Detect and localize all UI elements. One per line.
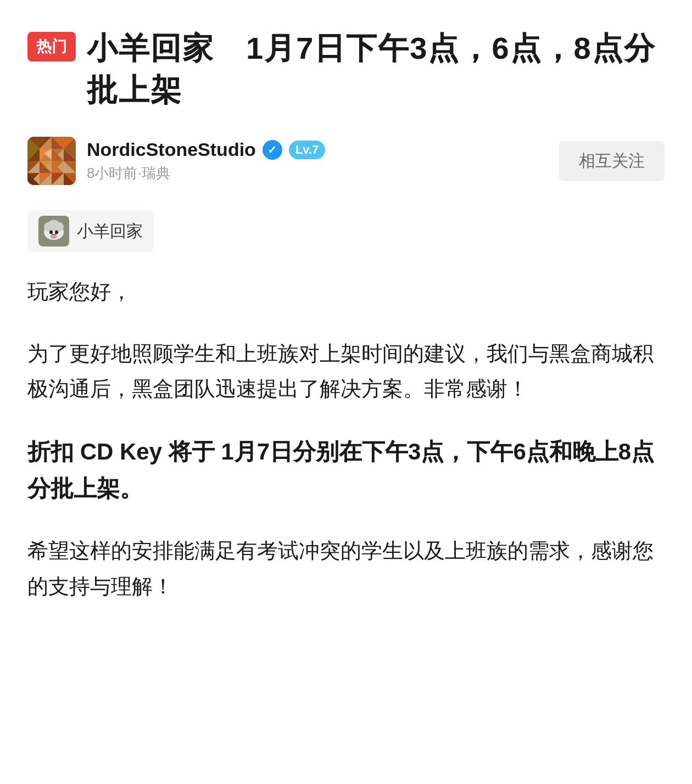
- author-name: NordicStoneStudio: [87, 139, 256, 160]
- author-left: NordicStoneStudio ✓ Lv.7 8小时前·瑞典: [27, 137, 325, 185]
- body-paragraph-1: 为了更好地照顾学生和上班族对上架时间的建议，我们与黑盒商城积极沟通后，黑盒团队迅…: [27, 336, 665, 407]
- game-icon: [38, 216, 69, 247]
- author-meta: 8小时前·瑞典: [87, 164, 325, 183]
- greeting-paragraph: 玩家您好，: [27, 274, 665, 310]
- game-tag[interactable]: 小羊回家: [27, 210, 154, 252]
- game-name: 小羊回家: [77, 220, 143, 243]
- level-badge: Lv.7: [289, 141, 325, 159]
- author-name-row: NordicStoneStudio ✓ Lv.7: [87, 139, 325, 160]
- svg-point-36: [54, 234, 56, 235]
- body-paragraph-3: 希望这样的安排能满足有考试冲突的学生以及上班族的需求，感谢您的支持与理解！: [27, 533, 665, 604]
- body-paragraph-bold: 折扣 CD Key 将于 1月7日分别在下午3点，下午6点和晚上8点分批上架。: [27, 433, 665, 507]
- title-section: 热门 小羊回家 1月7日下午3点，6点，8点分批上架: [27, 22, 665, 110]
- verified-check-icon: ✓: [267, 143, 277, 156]
- svg-point-35: [52, 234, 54, 235]
- follow-button[interactable]: 相互关注: [559, 141, 665, 181]
- post-title: 小羊回家 1月7日下午3点，6点，8点分批上架: [87, 27, 665, 110]
- svg-point-31: [53, 222, 64, 232]
- verified-badge: ✓: [263, 140, 282, 160]
- svg-point-32: [49, 231, 53, 234]
- hot-badge: 热门: [27, 32, 76, 61]
- svg-point-34: [51, 234, 57, 239]
- svg-point-33: [55, 231, 58, 234]
- avatar: [27, 137, 76, 185]
- author-info: NordicStoneStudio ✓ Lv.7 8小时前·瑞典: [87, 139, 325, 183]
- page-container: 热门 小羊回家 1月7日下午3点，6点，8点分批上架: [27, 22, 665, 604]
- author-section: NordicStoneStudio ✓ Lv.7 8小时前·瑞典 相互关注: [27, 137, 665, 191]
- post-body: 玩家您好， 为了更好地照顾学生和上班族对上架时间的建议，我们与黑盒商城积极沟通后…: [27, 274, 665, 604]
